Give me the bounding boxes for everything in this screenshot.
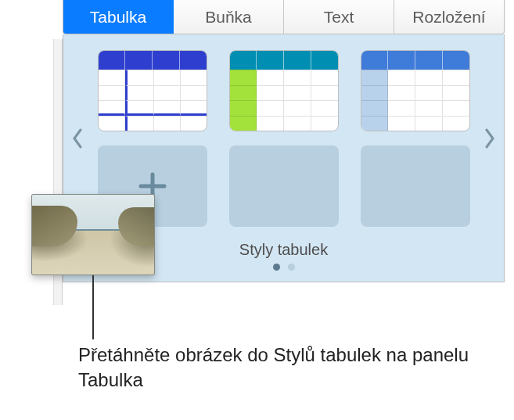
- tab-bunka-label: Buňka: [205, 8, 252, 27]
- carousel-next-button[interactable]: [483, 128, 496, 149]
- tab-tabulka-label: Tabulka: [90, 8, 146, 27]
- table-style-blue-2[interactable]: [361, 50, 470, 131]
- chevron-right-icon: [483, 128, 496, 149]
- dragged-image-thumbnail[interactable]: [31, 194, 155, 275]
- carousel-prev-button[interactable]: [71, 128, 84, 149]
- tab-bunka[interactable]: Buňka: [174, 0, 284, 34]
- page-dot-2[interactable]: [288, 264, 295, 271]
- tab-rozlozeni-label: Rozložení: [412, 8, 485, 27]
- chevron-left-icon: [71, 128, 84, 149]
- table-style-blue-1[interactable]: [98, 50, 207, 131]
- format-tabs: Tabulka Buňka Text Rozložení: [63, 0, 505, 34]
- tab-rozlozeni[interactable]: Rozložení: [394, 0, 504, 34]
- callout-leader-line: [92, 275, 94, 339]
- table-style-green-1[interactable]: [229, 50, 339, 131]
- empty-style-slot[interactable]: [361, 145, 470, 227]
- empty-style-slot[interactable]: [229, 145, 339, 227]
- callout-text: Přetáhněte obrázek do Stylů tabulek na p…: [78, 343, 477, 393]
- styles-row-1: [92, 50, 476, 131]
- tab-text[interactable]: Text: [284, 0, 394, 34]
- page-dot-1[interactable]: [273, 264, 280, 271]
- tab-text-label: Text: [324, 8, 354, 27]
- tab-tabulka[interactable]: Tabulka: [63, 0, 174, 34]
